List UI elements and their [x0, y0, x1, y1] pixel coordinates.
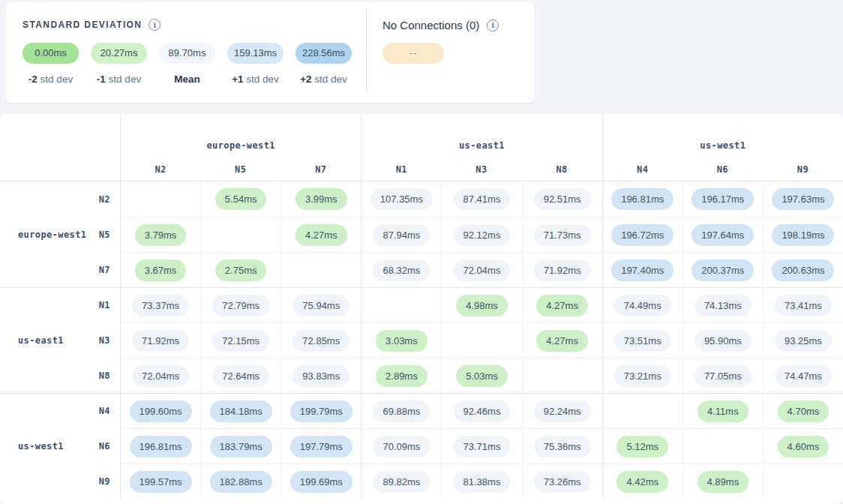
latency-pill[interactable]: 92.46ms: [454, 400, 511, 422]
matrix-cell[interactable]: 2.89ms: [361, 358, 441, 393]
matrix-cell[interactable]: 198.19ms: [763, 217, 843, 252]
latency-pill[interactable]: 71.92ms: [132, 330, 189, 352]
latency-pill[interactable]: 74.13ms: [694, 295, 752, 316]
latency-pill[interactable]: 92.24ms: [534, 400, 591, 422]
latency-pill[interactable]: 72.15ms: [212, 330, 269, 352]
matrix-cell[interactable]: 4.60ms: [763, 428, 843, 464]
matrix-cell[interactable]: 75.94ms: [280, 287, 361, 322]
latency-pill[interactable]: 197.40ms: [611, 260, 674, 281]
latency-pill[interactable]: 4.27ms: [536, 295, 588, 316]
matrix-cell[interactable]: 4.27ms: [522, 322, 602, 358]
latency-pill[interactable]: 196.81ms: [130, 436, 192, 458]
matrix-cell[interactable]: 81.38ms: [441, 464, 521, 499]
latency-pill[interactable]: 4.89ms: [698, 471, 749, 493]
latency-pill[interactable]: 3.03ms: [376, 330, 428, 352]
latency-pill[interactable]: 183.79ms: [210, 436, 272, 458]
latency-pill[interactable]: 2.89ms: [376, 365, 428, 387]
matrix-cell[interactable]: 93.25ms: [763, 322, 843, 358]
latency-pill[interactable]: 75.36ms: [534, 436, 591, 458]
matrix-cell[interactable]: 73.21ms: [602, 358, 682, 393]
latency-pill[interactable]: 200.63ms: [772, 260, 834, 281]
matrix-cell[interactable]: 72.64ms: [200, 358, 280, 393]
matrix-cell[interactable]: 196.81ms: [120, 428, 200, 464]
matrix-cell[interactable]: 4.70ms: [763, 393, 843, 428]
latency-pill[interactable]: 73.41ms: [775, 295, 832, 316]
matrix-cell[interactable]: 69.88ms: [361, 393, 441, 428]
latency-pill[interactable]: 73.21ms: [614, 365, 671, 387]
matrix-cell[interactable]: [682, 428, 763, 464]
latency-pill[interactable]: 73.51ms: [614, 330, 671, 352]
matrix-cell[interactable]: 95.90ms: [682, 322, 763, 358]
latency-pill[interactable]: 4.70ms: [778, 400, 830, 422]
latency-pill[interactable]: 4.42ms: [616, 471, 668, 493]
matrix-cell[interactable]: 2.75ms: [200, 252, 280, 287]
latency-pill[interactable]: 72.04ms: [132, 365, 189, 387]
matrix-cell[interactable]: [602, 393, 682, 428]
matrix-cell[interactable]: 72.79ms: [200, 287, 280, 322]
info-icon[interactable]: i: [487, 20, 499, 32]
latency-pill[interactable]: 74.49ms: [614, 295, 671, 316]
matrix-cell[interactable]: 197.64ms: [682, 217, 763, 252]
latency-pill[interactable]: 200.37ms: [692, 260, 754, 281]
matrix-cell[interactable]: 3.67ms: [120, 252, 200, 287]
latency-pill[interactable]: 5.03ms: [456, 365, 508, 387]
matrix-cell[interactable]: [200, 217, 280, 252]
latency-pill[interactable]: 196.81ms: [611, 188, 674, 210]
latency-pill[interactable]: 3.67ms: [135, 260, 187, 281]
matrix-cell[interactable]: 5.12ms: [602, 428, 682, 464]
latency-pill[interactable]: 92.12ms: [454, 224, 511, 246]
latency-pill[interactable]: 3.79ms: [135, 224, 187, 246]
latency-pill[interactable]: 71.73ms: [534, 224, 591, 246]
matrix-cell[interactable]: 4.42ms: [602, 464, 682, 499]
matrix-cell[interactable]: 72.85ms: [280, 322, 361, 358]
latency-pill[interactable]: 5.54ms: [215, 188, 267, 210]
matrix-cell[interactable]: 5.03ms: [441, 358, 521, 393]
latency-pill[interactable]: 75.94ms: [292, 295, 350, 316]
matrix-cell[interactable]: 197.40ms: [602, 252, 682, 287]
matrix-cell[interactable]: 75.36ms: [522, 428, 602, 464]
latency-pill[interactable]: 74.47ms: [775, 365, 832, 387]
matrix-cell[interactable]: 4.27ms: [280, 217, 361, 252]
matrix-cell[interactable]: 71.92ms: [522, 252, 602, 287]
latency-pill[interactable]: 93.25ms: [775, 330, 832, 352]
latency-pill[interactable]: 87.41ms: [454, 188, 511, 210]
matrix-cell[interactable]: 4.98ms: [441, 287, 521, 322]
latency-pill[interactable]: 199.60ms: [130, 400, 192, 422]
latency-pill[interactable]: 196.72ms: [611, 224, 674, 246]
latency-pill[interactable]: 72.64ms: [212, 365, 269, 387]
matrix-cell[interactable]: 72.04ms: [120, 358, 200, 393]
matrix-cell[interactable]: 92.12ms: [441, 217, 521, 252]
matrix-cell[interactable]: 73.26ms: [522, 464, 602, 499]
matrix-cell[interactable]: 72.04ms: [441, 252, 521, 287]
latency-pill[interactable]: 92.51ms: [534, 188, 591, 210]
latency-pill[interactable]: 70.09ms: [373, 436, 430, 458]
latency-pill[interactable]: 3.99ms: [296, 188, 347, 210]
matrix-cell[interactable]: [280, 252, 361, 287]
matrix-cell[interactable]: 87.41ms: [441, 182, 521, 217]
matrix-cell[interactable]: 89.82ms: [361, 464, 441, 499]
latency-pill[interactable]: 184.18ms: [210, 400, 272, 422]
matrix-cell[interactable]: 72.15ms: [200, 322, 280, 358]
latency-pill[interactable]: 73.71ms: [454, 436, 511, 458]
matrix-cell[interactable]: 5.54ms: [200, 182, 280, 217]
latency-pill[interactable]: 182.88ms: [210, 471, 272, 493]
matrix-cell[interactable]: 73.41ms: [763, 287, 843, 322]
matrix-cell[interactable]: 3.99ms: [280, 182, 361, 217]
latency-pill[interactable]: 72.85ms: [292, 330, 350, 352]
latency-pill[interactable]: 199.79ms: [290, 400, 352, 422]
matrix-cell[interactable]: 197.79ms: [280, 428, 361, 464]
matrix-cell[interactable]: 199.60ms: [120, 393, 200, 428]
latency-pill[interactable]: 95.90ms: [694, 330, 752, 352]
matrix-cell[interactable]: 107.35ms: [361, 182, 441, 217]
matrix-cell[interactable]: 70.09ms: [361, 428, 441, 464]
matrix-cell[interactable]: 199.79ms: [280, 393, 361, 428]
latency-pill[interactable]: 2.75ms: [215, 260, 267, 281]
matrix-cell[interactable]: 4.11ms: [682, 393, 763, 428]
matrix-cell[interactable]: 73.37ms: [120, 287, 200, 322]
matrix-cell[interactable]: 74.49ms: [602, 287, 682, 322]
matrix-cell[interactable]: 68.32ms: [361, 252, 441, 287]
matrix-cell[interactable]: 4.27ms: [522, 287, 602, 322]
latency-pill[interactable]: 4.27ms: [536, 330, 588, 352]
latency-pill[interactable]: 198.19ms: [772, 224, 834, 246]
latency-pill[interactable]: 68.32ms: [373, 260, 430, 281]
